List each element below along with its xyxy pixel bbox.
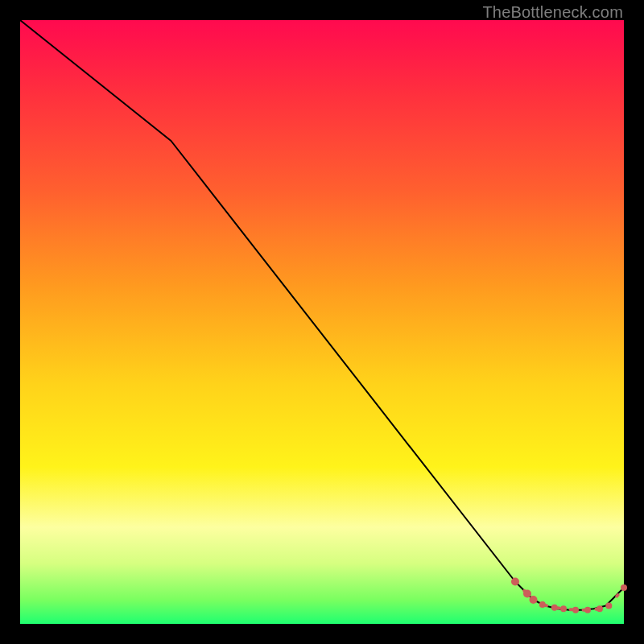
data-point (530, 596, 538, 604)
data-point (511, 578, 519, 586)
chart-stage: TheBottleneck.com (0, 0, 644, 644)
data-point (539, 601, 546, 608)
attribution-text: TheBottleneck.com (482, 3, 623, 22)
bottleneck-curve (20, 20, 624, 610)
data-point (621, 584, 627, 591)
data-points-layer (511, 578, 627, 613)
data-point (605, 603, 612, 609)
data-point (572, 607, 579, 613)
chart-overlay (20, 20, 624, 624)
data-point (551, 605, 558, 611)
bottleneck-curve-path (20, 20, 624, 610)
data-point (584, 607, 591, 613)
data-point (560, 605, 567, 612)
data-point (523, 590, 531, 598)
data-point (597, 605, 603, 612)
